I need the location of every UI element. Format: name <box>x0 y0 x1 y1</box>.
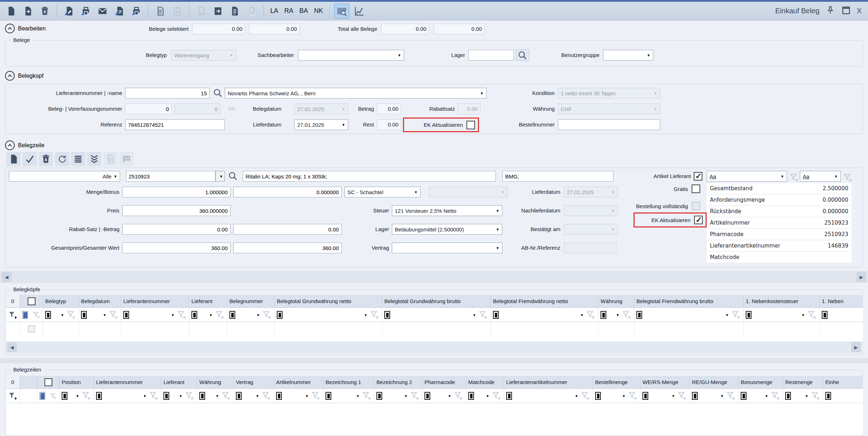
lager-input[interactable] <box>468 50 514 61</box>
filter-field-icon[interactable] <box>468 392 474 400</box>
filter-dropdown-icon[interactable]: ▼ <box>356 394 360 398</box>
column-header-w-hrung[interactable]: Währung <box>197 376 234 389</box>
filter-field-icon[interactable] <box>741 392 746 400</box>
filter-field-icon[interactable] <box>39 392 45 400</box>
clear-filter-icon[interactable] <box>677 391 687 401</box>
bestellnummer-input[interactable] <box>558 119 660 130</box>
clear-filter-icon[interactable] <box>807 310 817 320</box>
filter-field-icon[interactable] <box>163 392 169 400</box>
filter-dropdown-icon[interactable]: ▼ <box>448 394 451 398</box>
new-line-icon[interactable] <box>6 152 21 166</box>
scroll-left-icon[interactable]: ◀ <box>2 272 11 282</box>
column-header-matchcode[interactable]: Matchcode <box>466 376 504 389</box>
zeile-ek-aktualisieren-checkbox[interactable] <box>694 216 703 224</box>
document-icon[interactable] <box>153 4 168 19</box>
column-header-belegtotal-grundw-hrung-brutto[interactable]: Belegtotal Grundwährung brutto <box>382 295 491 308</box>
clear-filter-icon[interactable] <box>185 391 195 401</box>
zusatztext-input[interactable] <box>502 171 613 182</box>
filter-menu-icon[interactable] <box>8 310 18 320</box>
filter-field-icon[interactable] <box>601 311 606 319</box>
column-header-lieferant[interactable]: Lieferant <box>189 295 227 308</box>
column-header-position[interactable]: Position <box>60 376 94 389</box>
column-header-belegtyp[interactable]: Belegtyp <box>43 295 79 308</box>
preis-input[interactable] <box>122 205 231 216</box>
clear-filter-icon[interactable] <box>811 391 821 401</box>
column-header-lieferantennummer[interactable]: Lieferantennummer <box>94 376 161 389</box>
filter-field-icon[interactable] <box>636 311 642 319</box>
benutzergruppe-select[interactable]: ▼ <box>603 50 653 61</box>
gesamtwert-input[interactable] <box>233 243 342 253</box>
ek-aktualisieren-checkbox[interactable] <box>466 121 475 129</box>
clear-filter-icon[interactable] <box>731 310 741 320</box>
pin-icon[interactable] <box>825 5 835 16</box>
clear-filter-icon[interactable] <box>32 311 41 319</box>
toolbar-button-la[interactable]: LA <box>268 7 280 15</box>
clear-filter-icon[interactable] <box>622 310 632 320</box>
filter-dropdown-icon[interactable]: ▼ <box>364 313 367 317</box>
aa-filter-select-2[interactable]: Aa▼ <box>800 171 841 182</box>
aa-clear-filter-icon-2[interactable] <box>843 173 853 183</box>
column-header-we-rs-menge[interactable]: WE/RS-Menge <box>640 376 690 389</box>
belegkoepfe-hscrollbar[interactable]: ◀ ▶ <box>6 341 863 353</box>
toolbar-button-nk[interactable]: NK <box>312 7 325 15</box>
toolbar-button-ba[interactable]: BA <box>297 7 310 15</box>
column-header-blank[interactable] <box>20 376 37 389</box>
lieferantennummer-input[interactable] <box>125 88 210 99</box>
filter-field-icon[interactable] <box>276 392 282 400</box>
belegkoepfe-scroll-right-icon[interactable]: ▶ <box>851 342 861 352</box>
column-header-vertrag[interactable]: Vertrag <box>234 376 274 389</box>
lager-search-icon[interactable] <box>516 49 529 61</box>
vertrag-select[interactable]: ▼ <box>392 243 502 253</box>
artikelnummer-dropdown-button[interactable]: ▼ <box>215 171 225 182</box>
clear-filter-icon[interactable] <box>362 391 372 401</box>
clear-filter-icon[interactable] <box>454 391 464 401</box>
document-list-icon[interactable] <box>227 4 242 19</box>
clear-filter-icon[interactable] <box>149 391 159 401</box>
line-layers-icon[interactable] <box>87 152 101 166</box>
filter-field-icon[interactable] <box>277 311 283 319</box>
clear-filter-icon[interactable] <box>628 391 638 401</box>
lieferdatum-select[interactable]: 27.01.2025▼ <box>294 119 348 130</box>
filter-dropdown-icon[interactable]: ▼ <box>622 394 626 398</box>
open-document-icon[interactable] <box>20 4 35 19</box>
artikel-lieferant-checkbox[interactable] <box>694 172 702 181</box>
filter-dropdown-icon[interactable]: ▼ <box>305 394 309 398</box>
clear-filter-icon[interactable] <box>81 391 91 401</box>
clear-filter-icon[interactable] <box>478 310 488 320</box>
delete-document-icon[interactable] <box>37 4 52 19</box>
lieferant-name-select[interactable]: Novartis Pharma Schweiz AG, , Bern▼ <box>225 88 487 99</box>
filter-field-icon[interactable] <box>825 392 831 400</box>
column-header-lieferant[interactable]: Lieferant <box>161 376 197 389</box>
rabatt-satz-input[interactable] <box>122 224 231 235</box>
refresh-line-icon[interactable] <box>55 152 69 166</box>
artikel-filter-select[interactable]: Alle▼ <box>9 171 120 182</box>
clear-filter-icon[interactable] <box>261 391 271 401</box>
filter-dropdown-icon[interactable]: ▼ <box>143 394 147 398</box>
gesamtpreis-input[interactable] <box>122 243 231 253</box>
belegtyp-select[interactable]: Wareneingang▼ <box>171 50 236 61</box>
filter-dropdown-icon[interactable]: ▼ <box>209 313 213 317</box>
filter-dropdown-icon[interactable]: ▼ <box>575 394 578 398</box>
filter-field-icon[interactable] <box>123 311 129 319</box>
maximize-icon[interactable] <box>841 5 851 16</box>
filter-field-icon[interactable] <box>746 311 751 319</box>
select-all-column-header[interactable] <box>20 295 43 308</box>
filter-dropdown-icon[interactable]: ▼ <box>103 313 106 317</box>
delete-line-icon[interactable] <box>39 152 53 166</box>
filter-field-icon[interactable] <box>81 311 87 319</box>
filter-dropdown-icon[interactable]: ▼ <box>720 394 724 398</box>
filter-dropdown-icon[interactable]: ▼ <box>765 394 768 398</box>
column-header-bezeichnung-1[interactable]: Bezeichnung 1 <box>323 376 374 389</box>
filter-dropdown-icon[interactable]: ▼ <box>725 313 729 317</box>
belegkoepfe-scroll-left-icon[interactable]: ◀ <box>7 342 17 352</box>
belegnummer-input[interactable] <box>125 104 172 114</box>
filter-field-icon[interactable] <box>822 311 827 319</box>
filter-field-icon[interactable] <box>376 392 382 400</box>
column-header-einhe[interactable]: Einhe <box>823 376 863 389</box>
close-icon[interactable]: X <box>857 7 862 15</box>
filter-field-icon[interactable] <box>62 392 67 400</box>
filter-field-icon[interactable] <box>229 311 235 319</box>
print-preview-icon[interactable] <box>78 4 93 19</box>
clear-filter-icon[interactable] <box>221 391 231 401</box>
steuer-select[interactable]: 121 Vorsteuer 2,5% Netto▼ <box>392 205 502 216</box>
